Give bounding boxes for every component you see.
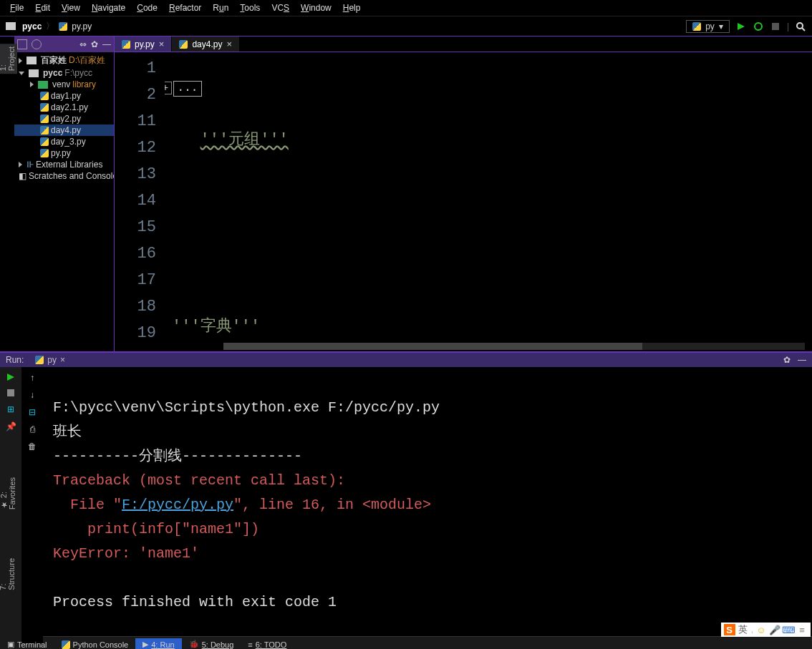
toolwindow-debug[interactable]: 🐞 5: Debug bbox=[182, 638, 241, 649]
toolwindow-favorites[interactable]: ★ 2: Favorites bbox=[0, 474, 18, 512]
tree-file-selected[interactable]: day4.py bbox=[14, 125, 114, 136]
voice-icon[interactable]: 🎤 bbox=[769, 624, 780, 635]
debug-button[interactable] bbox=[753, 21, 764, 32]
run-tab[interactable]: py × bbox=[29, 354, 71, 366]
menu-view[interactable]: View bbox=[56, 1, 86, 14]
down-icon[interactable]: ↓ bbox=[30, 390, 34, 400]
emoji-icon[interactable]: ☺ bbox=[755, 624, 767, 635]
line-number-gutter: 1 2 11 12 13 14 15 16 17 18 19 bbox=[115, 52, 165, 351]
project-panel-header: ⇔ ✿ — bbox=[14, 36, 114, 52]
crumb-project[interactable]: pycc bbox=[22, 21, 42, 31]
up-icon[interactable]: ↑ bbox=[30, 373, 34, 383]
tree-folder-venv[interactable]: venv library bbox=[14, 79, 114, 90]
svg-point-3 bbox=[797, 23, 803, 29]
left-toolwindow-bar: 1: Project ★ 2: Favorites 7: Structure bbox=[0, 36, 14, 351]
menu-code[interactable]: Code bbox=[131, 1, 163, 14]
scope-icon[interactable] bbox=[32, 39, 42, 49]
collapse-icon[interactable]: ⇔ bbox=[79, 39, 87, 49]
toolwindow-structure[interactable]: 7: Structure bbox=[0, 555, 17, 593]
run-header: Run: py × ✿ — bbox=[0, 353, 812, 367]
tree-file[interactable]: day2.1.py bbox=[14, 102, 114, 113]
menu-vcs[interactable]: VCS bbox=[266, 1, 295, 14]
run-label: Run: bbox=[6, 355, 24, 365]
project-panel: ⇔ ✿ — 百家姓 D:\百家姓 pycc F:\pycc venv libra… bbox=[14, 36, 115, 351]
run-config-select[interactable]: py ▾ bbox=[686, 20, 730, 33]
minimize-icon[interactable]: — bbox=[102, 39, 111, 49]
menu-tools[interactable]: Tools bbox=[234, 1, 266, 14]
settings-icon[interactable]: ✿ bbox=[91, 39, 98, 49]
tree-external-libraries[interactable]: ⊪ External Libraries bbox=[14, 159, 114, 170]
editor-tabs: py.py× day4.py× bbox=[115, 36, 812, 52]
run-button[interactable] bbox=[735, 21, 747, 32]
project-view-icon[interactable] bbox=[17, 39, 27, 49]
tree-file[interactable]: py.py bbox=[14, 147, 114, 159]
menu-bar: File Edit View Navigate Code Refactor Ru… bbox=[0, 0, 812, 16]
menu-window[interactable]: Window bbox=[295, 1, 337, 14]
folded-region[interactable]: ... bbox=[173, 81, 202, 97]
code-editor[interactable]: 1 2 11 12 13 14 15 16 17 18 19 + ... '''… bbox=[115, 52, 812, 351]
trash-icon[interactable]: 🗑 bbox=[28, 441, 37, 452]
menu-help[interactable]: Help bbox=[337, 1, 367, 14]
stop-button[interactable] bbox=[6, 389, 15, 397]
toolwindow-run[interactable]: ▶ 4: Run bbox=[135, 638, 181, 649]
minimize-icon[interactable]: — bbox=[798, 355, 806, 365]
console-line: 班长 bbox=[53, 424, 82, 440]
ime-menu-icon[interactable]: ≡ bbox=[796, 624, 808, 635]
project-tree[interactable]: 百家姓 D:\百家姓 pycc F:\pycc venv library day… bbox=[14, 52, 114, 183]
toolwindow-todo[interactable]: ≡ 6: TODO bbox=[241, 639, 294, 650]
run-toolwindow: Run: py × ✿ — ⊞ 📌 ↑ ↓ ⊟ ⎙ 🗑 F:\pycc\venv… bbox=[0, 351, 812, 636]
horizontal-scrollbar[interactable] bbox=[223, 343, 805, 350]
toolwindow-project[interactable]: 1: Project bbox=[0, 44, 17, 74]
svg-marker-0 bbox=[738, 23, 745, 30]
editor-area: py.py× day4.py× 1 2 11 12 13 14 15 16 17… bbox=[115, 36, 812, 351]
print-icon[interactable]: ⎙ bbox=[30, 424, 35, 434]
console-line: F:\pycc\venv\Scripts\python.exe F:/pycc/… bbox=[53, 399, 440, 416]
rerun-button[interactable] bbox=[6, 373, 15, 381]
tree-file[interactable]: day_3.py bbox=[14, 136, 114, 147]
close-tab-icon[interactable]: × bbox=[226, 39, 232, 49]
run-console[interactable]: F:\pycc\venv\Scripts\python.exe F:/pycc/… bbox=[43, 367, 812, 643]
close-tab-icon[interactable]: × bbox=[159, 39, 165, 49]
python-icon bbox=[59, 22, 67, 31]
settings-icon[interactable]: ✿ bbox=[783, 355, 791, 365]
console-error: File "F:/pycc/py.py", line 16, in <modul… bbox=[53, 497, 431, 513]
menu-run[interactable]: Run bbox=[207, 1, 234, 14]
menu-file[interactable]: File bbox=[4, 1, 29, 14]
console-line: Process finished with exit code 1 bbox=[53, 594, 337, 610]
svg-rect-6 bbox=[7, 389, 14, 396]
search-everywhere-icon[interactable] bbox=[795, 21, 806, 32]
crumb-file[interactable]: py.py bbox=[72, 21, 92, 31]
sogou-icon[interactable]: S bbox=[724, 624, 735, 635]
folder-icon bbox=[6, 22, 16, 30]
svg-rect-2 bbox=[772, 23, 779, 30]
python-icon bbox=[692, 22, 701, 31]
run-config-name: py bbox=[705, 21, 715, 31]
close-icon[interactable]: × bbox=[60, 355, 65, 365]
svg-line-4 bbox=[802, 28, 805, 31]
tree-file[interactable]: day2.py bbox=[14, 113, 114, 125]
menu-refactor[interactable]: Refactor bbox=[163, 1, 207, 14]
show-vars-icon[interactable]: ⊞ bbox=[7, 404, 14, 414]
fold-toggle[interactable]: + bbox=[165, 82, 172, 94]
ime-lang[interactable]: 英 bbox=[738, 624, 749, 635]
keyboard-icon[interactable]: ⌨ bbox=[783, 624, 794, 635]
stop-button[interactable] bbox=[770, 21, 781, 32]
file-link[interactable]: F:/pycc/py.py bbox=[122, 497, 233, 513]
pin-icon[interactable]: 📌 bbox=[6, 421, 16, 431]
menu-navigate[interactable]: Navigate bbox=[86, 1, 131, 14]
tree-root[interactable]: 百家姓 D:\百家姓 bbox=[14, 54, 114, 67]
menu-edit[interactable]: Edit bbox=[29, 1, 56, 14]
toolwindow-terminal[interactable]: ▣ Terminal bbox=[0, 638, 54, 649]
console-line: ----------分割线-------------- bbox=[53, 448, 302, 464]
tree-scratches[interactable]: ◧ Scratches and Consoles bbox=[14, 170, 114, 182]
docstring: '''字典''' bbox=[172, 318, 260, 336]
ime-toolbar[interactable]: S 英 , ☺ 🎤 ⌨ ≡ bbox=[721, 623, 811, 637]
editor-tab[interactable]: py.py× bbox=[115, 36, 172, 52]
tree-file[interactable]: day1.py bbox=[14, 90, 114, 102]
tree-root[interactable]: pycc F:\pycc bbox=[14, 67, 114, 79]
editor-tab[interactable]: day4.py× bbox=[172, 36, 240, 52]
toolwindow-python-console[interactable]: Python Console bbox=[54, 639, 136, 650]
svg-point-1 bbox=[755, 23, 762, 30]
wrap-icon[interactable]: ⊟ bbox=[29, 407, 36, 417]
run-actions-secondary: ↑ ↓ ⊟ ⎙ 🗑 bbox=[21, 367, 43, 643]
